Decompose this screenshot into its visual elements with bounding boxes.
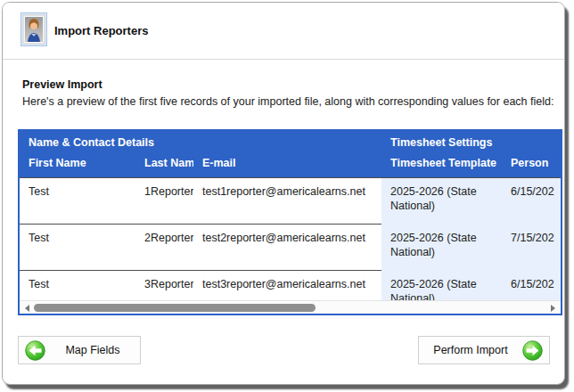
table-column-header: First Name Last Name E-mail Timesheet Te… bbox=[20, 153, 561, 177]
column-header-email: E-mail bbox=[193, 153, 381, 177]
horizontal-scrollbar[interactable] bbox=[20, 300, 561, 314]
cell-first-name: Test bbox=[20, 271, 135, 300]
column-header-last-name: Last Name bbox=[135, 153, 193, 177]
cell-timesheet-template: 2025-2026 (State National) bbox=[381, 225, 502, 271]
cell-first-name: Test bbox=[20, 225, 135, 270]
cell-first-name: Test bbox=[20, 178, 135, 224]
reporter-person-icon bbox=[20, 12, 47, 46]
group-header-name-contact: Name & Contact Details bbox=[29, 136, 154, 149]
perform-import-button[interactable]: Perform Import bbox=[418, 336, 550, 364]
cell-last-name: 3Reporter bbox=[135, 271, 193, 300]
preview-heading: Preview Import bbox=[22, 78, 102, 91]
cell-email: test2reporter@americalearns.net bbox=[193, 225, 381, 270]
scrollbar-thumb[interactable] bbox=[34, 304, 316, 312]
cell-email: test1reporter@americalearns.net bbox=[193, 178, 381, 224]
preview-table: Name & Contact Details Timesheet Setting… bbox=[18, 129, 562, 315]
perform-import-label: Perform Import bbox=[419, 344, 522, 356]
cell-last-name: 2Reporter bbox=[135, 225, 193, 270]
page-title: Import Reporters bbox=[54, 3, 148, 59]
table-row: Test 3Reporter test3reporter@americalear… bbox=[20, 270, 561, 300]
green-arrow-right-icon bbox=[522, 340, 543, 361]
cell-email: test3reporter@americalearns.net bbox=[193, 271, 381, 300]
cell-person-date: 7/15/202 bbox=[502, 225, 561, 271]
table-body: Test 1Reporter test1reporter@americalear… bbox=[20, 177, 561, 300]
table-group-header: Name & Contact Details Timesheet Setting… bbox=[20, 131, 561, 153]
titlebar: Import Reporters bbox=[3, 3, 564, 59]
preview-description: Here's a preview of the first five recor… bbox=[22, 95, 554, 108]
cell-timesheet-template: 2025-2026 (State National) bbox=[381, 271, 502, 300]
column-header-first-name: First Name bbox=[20, 153, 135, 177]
group-header-timesheet-settings: Timesheet Settings bbox=[390, 136, 492, 149]
table-row: Test 1Reporter test1reporter@americalear… bbox=[20, 177, 561, 224]
green-arrow-left-icon bbox=[25, 340, 45, 361]
scroll-right-arrow-icon[interactable] bbox=[551, 305, 555, 312]
import-reporters-dialog: Import Reporters Preview Import Here's a… bbox=[2, 2, 565, 385]
table-row: Test 2Reporter test2reporter@americalear… bbox=[20, 224, 561, 270]
cell-timesheet-template: 2025-2026 (State National) bbox=[381, 178, 502, 225]
column-header-person: Person bbox=[502, 153, 561, 177]
column-header-timesheet-template: Timesheet Template bbox=[381, 153, 502, 177]
map-fields-button[interactable]: Map Fields bbox=[18, 336, 141, 364]
cell-last-name: 1Reporter bbox=[135, 178, 193, 224]
scroll-left-arrow-icon[interactable] bbox=[25, 305, 29, 312]
title-divider bbox=[3, 59, 564, 60]
cell-person-date: 6/15/202 bbox=[502, 178, 561, 225]
map-fields-label: Map Fields bbox=[45, 344, 140, 356]
cell-person-date: 6/15/202 bbox=[502, 271, 561, 300]
